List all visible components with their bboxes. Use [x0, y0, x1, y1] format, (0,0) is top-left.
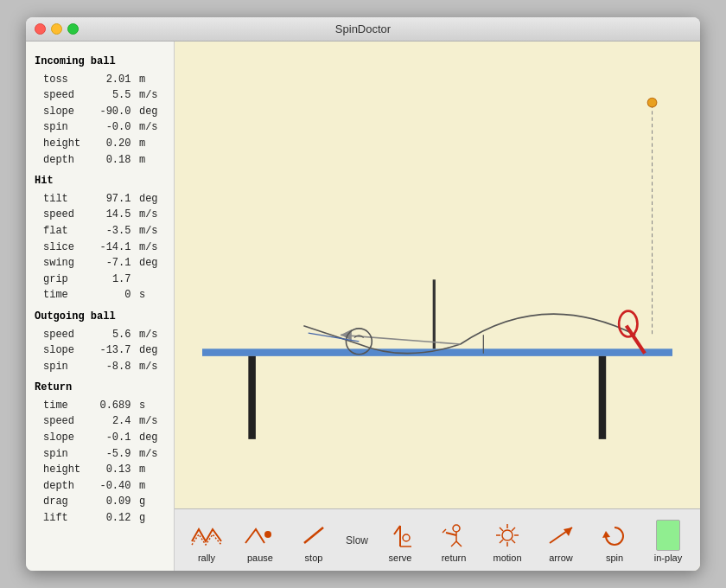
stat-spin-in: spin -0.0 m/s — [35, 119, 165, 136]
svg-line-11 — [443, 529, 446, 533]
inplay-label: in-play — [654, 553, 682, 563]
stat-depth-in: depth 0.18 m — [35, 152, 165, 169]
inplay-icon — [651, 520, 685, 551]
svg-point-6 — [453, 525, 460, 532]
stat-time-ret: time 0.689 s — [35, 398, 165, 414]
simulation-area — [175, 42, 700, 508]
incoming-ball-stats: toss 2.01 m speed 5.5 m/s slope -90.0 de… — [35, 72, 165, 169]
stat-slice: slice -14.1 m/s — [35, 240, 165, 256]
svg-point-12 — [502, 530, 513, 540]
stat-depth-ret: depth -0.40 m — [35, 478, 165, 495]
motion-button[interactable]: motion — [482, 514, 532, 566]
motion-icon — [490, 520, 525, 551]
stat-height-in: height 0.20 m — [35, 136, 165, 152]
app-window: SpinDoctor Incoming ball toss 2.01 m spe… — [26, 17, 700, 571]
svg-marker-23 — [602, 531, 610, 538]
stats-panel: Incoming ball toss 2.01 m speed 5.5 m/s … — [26, 42, 175, 571]
svg-line-18 — [500, 527, 503, 531]
section-return: Return — [35, 380, 165, 396]
stat-lift: lift 0.12 g — [35, 510, 165, 527]
minimize-button[interactable] — [51, 23, 62, 35]
table-leg-left — [248, 356, 256, 439]
svg-line-17 — [512, 527, 515, 531]
main-content: Incoming ball toss 2.01 m speed 5.5 m/s … — [26, 42, 700, 571]
net-post — [433, 279, 436, 348]
serve-label: serve — [389, 553, 412, 563]
rally-button[interactable]: rally — [182, 514, 232, 566]
racket-head — [619, 311, 637, 337]
arrow-icon — [544, 520, 578, 551]
section-incoming-ball: Incoming ball — [35, 54, 165, 70]
svg-point-0 — [264, 531, 271, 538]
stat-time-hit: time 0 s — [35, 287, 165, 304]
slow-label: Slow — [342, 534, 372, 546]
motion-arrow-line — [341, 335, 461, 344]
stat-speed-out: speed 5.6 m/s — [35, 327, 165, 343]
svg-line-8 — [446, 533, 456, 535]
stat-spin-out: spin -8.8 m/s — [35, 359, 165, 375]
rally-label: rally — [198, 553, 215, 563]
pause-label: pause — [247, 553, 273, 563]
svg-line-9 — [451, 541, 456, 546]
section-outgoing-ball: Outgoing ball — [35, 309, 165, 325]
spin-icon — [597, 520, 632, 551]
svg-line-20 — [512, 540, 515, 543]
spin-label: spin — [606, 553, 623, 563]
stat-toss: toss 2.01 m — [35, 72, 165, 88]
stat-grip: grip 1.7 — [35, 272, 165, 288]
toss-ball — [647, 98, 657, 107]
stat-slope-in: slope -90.0 deg — [35, 104, 165, 120]
stat-tilt: tilt 97.1 deg — [35, 191, 165, 208]
ball-trajectory — [303, 314, 635, 354]
svg-line-1 — [304, 527, 323, 543]
close-button[interactable] — [35, 23, 46, 35]
return-stats: time 0.689 s speed 2.4 m/s slope -0.1 de… — [35, 398, 165, 527]
stat-speed-hit: speed 14.5 m/s — [35, 207, 165, 223]
arrow-button[interactable]: arrow — [536, 514, 586, 566]
traffic-lights — [35, 23, 79, 35]
stat-height-ret: height 0.13 m — [35, 462, 165, 478]
stop-button[interactable]: stop — [289, 514, 339, 566]
stop-icon — [296, 520, 331, 551]
stat-speed-ret: speed 2.4 m/s — [35, 413, 165, 430]
simulation-panel: rally pause — [175, 42, 700, 571]
outgoing-ball-stats: speed 5.6 m/s slope -13.7 deg spin -8.8 … — [35, 327, 165, 375]
arrow-label: arrow — [549, 553, 573, 563]
pause-button[interactable]: pause — [235, 514, 285, 566]
hit-stats: tilt 97.1 deg speed 14.5 m/s flat -3.5 m… — [35, 191, 165, 304]
inplay-indicator — [656, 520, 680, 551]
spin-button[interactable]: spin — [589, 514, 640, 566]
svg-point-4 — [403, 534, 410, 541]
serve-button[interactable]: serve — [375, 514, 425, 566]
toolbar: rally pause — [175, 508, 700, 571]
pause-icon — [243, 520, 277, 551]
stat-drag: drag 0.09 g — [35, 494, 165, 510]
simulation-svg — [175, 42, 700, 508]
stat-slope-ret: slope -0.1 deg — [35, 430, 165, 446]
return-icon — [436, 520, 471, 551]
return-label: return — [442, 553, 467, 563]
window-title: SpinDoctor — [335, 22, 391, 35]
stat-spin-ret: spin -5.9 m/s — [35, 446, 165, 463]
serve-icon — [383, 520, 417, 551]
stat-swing: swing -7.1 deg — [35, 255, 165, 272]
svg-line-19 — [500, 540, 503, 543]
stat-flat: flat -3.5 m/s — [35, 223, 165, 240]
maximize-button[interactable] — [67, 23, 79, 35]
inplay-button[interactable]: in-play — [643, 514, 693, 566]
motion-label: motion — [493, 553, 521, 563]
stat-speed-in: speed 5.5 m/s — [35, 87, 165, 104]
svg-line-10 — [456, 541, 462, 546]
stat-slope-out: slope -13.7 deg — [35, 342, 165, 359]
section-hit: Hit — [35, 173, 165, 189]
stop-label: stop — [305, 553, 323, 563]
table-leg-right — [599, 356, 607, 439]
svg-line-3 — [394, 526, 400, 534]
titlebar: SpinDoctor — [26, 17, 700, 42]
rally-icon — [189, 520, 224, 551]
return-button[interactable]: return — [429, 514, 479, 566]
